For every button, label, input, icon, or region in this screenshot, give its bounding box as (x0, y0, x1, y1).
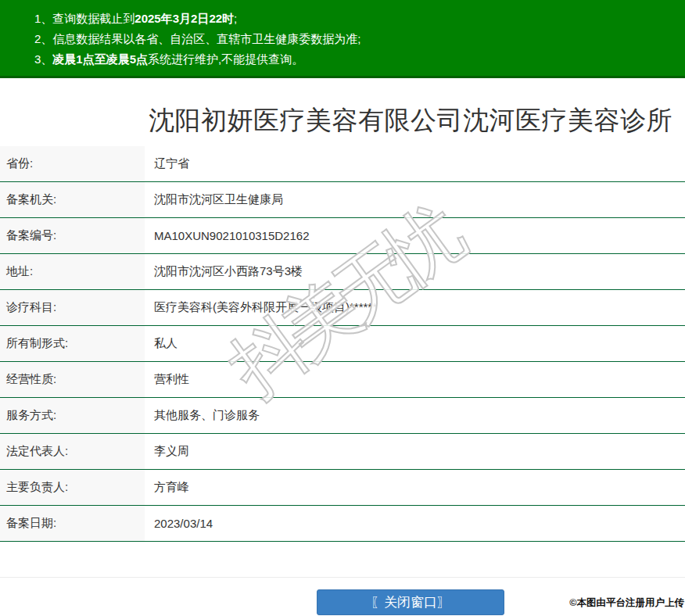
info-row-filing-number: 备案编号: MA10XUN9021010315D2162 (0, 218, 685, 254)
row-label: 省份: (0, 146, 145, 181)
info-row-legal-representative: 法定代表人: 李义周 (0, 434, 685, 470)
info-row-province: 省份: 辽宁省 (0, 146, 685, 182)
info-row-business-nature: 经营性质: 营利性 (0, 362, 685, 398)
row-label: 备案日期: (0, 506, 145, 541)
notice-text: ; (234, 12, 237, 25)
row-label: 备案机关: (0, 182, 145, 217)
row-value: 营利性 (145, 362, 685, 397)
notice-text: 系统进行维护,不能提供查询。 (148, 52, 303, 66)
row-label: 经营性质: (0, 362, 145, 397)
page-title: 沈阳初妍医疗美容有限公司沈河医疗美容诊所 (149, 104, 685, 137)
info-row-principal: 主要负责人: 方育峰 (0, 470, 685, 506)
info-row-filing-authority: 备案机关: 沈阳市沈河区卫生健康局 (0, 182, 685, 218)
row-label: 主要负责人: (0, 470, 145, 505)
row-value: MA10XUN9021010315D2162 (145, 218, 685, 253)
notice-text-bold: 凌晨1点至凌晨5点 (52, 52, 148, 66)
row-value: 其他服务、门诊服务 (145, 398, 685, 433)
info-table: 省份: 辽宁省 备案机关: 沈阳市沈河区卫生健康局 备案编号: MA10XUN9… (0, 146, 685, 542)
row-value: 李义周 (145, 434, 685, 469)
info-row-clinical-subjects: 诊疗科目: 医疗美容科(美容外科限开展一级项目)****** (0, 290, 685, 326)
row-label: 诊疗科目: (0, 290, 145, 325)
row-label: 法定代表人: (0, 434, 145, 469)
row-value: 辽宁省 (145, 146, 685, 181)
info-row-address: 地址: 沈阳市沈河区小西路73号3楼 (0, 254, 685, 290)
notice-text: 查询数据截止到 (52, 12, 134, 25)
notice-line-2: 2、信息数据结果以各省、自治区、直辖市卫生健康委数据为准; (34, 29, 677, 49)
row-value: 方育峰 (145, 470, 685, 505)
notice-num: 2、 (34, 32, 52, 45)
notice-text: 信息数据结果以各省、自治区、直辖市卫生健康委数据为准; (52, 32, 360, 45)
row-label: 备案编号: (0, 218, 145, 253)
footer-bar: 〖关闭窗口〗 ©本图由平台注册用户上传 (0, 578, 685, 616)
notice-line-3: 3、凌晨1点至凌晨5点系统进行维护,不能提供查询。 (34, 49, 677, 70)
notice-text-bold: 2025年3月2日22时 (134, 12, 234, 25)
row-value: 沈阳市沈河区小西路73号3楼 (145, 254, 685, 289)
info-row-filing-date: 备案日期: 2023/03/14 (0, 506, 685, 542)
notice-line-1: 1、查询数据截止到2025年3月2日22时; (34, 9, 677, 29)
close-window-button[interactable]: 〖关闭窗口〗 (317, 589, 504, 615)
row-value: 医疗美容科(美容外科限开展一级项目)****** (145, 290, 685, 325)
notice-num: 3、 (34, 52, 52, 66)
row-value: 沈阳市沈河区卫生健康局 (145, 182, 685, 217)
notice-num: 1、 (34, 12, 52, 25)
row-value: 2023/03/14 (145, 506, 685, 541)
info-row-service-mode: 服务方式: 其他服务、门诊服务 (0, 398, 685, 434)
row-value: 私人 (145, 326, 685, 361)
image-credit: ©本图由平台注册用户上传 (569, 596, 684, 610)
row-label: 所有制形式: (0, 326, 145, 361)
row-label: 地址: (0, 254, 145, 289)
row-label: 服务方式: (0, 398, 145, 433)
notice-banner: 1、查询数据截止到2025年3月2日22时; 2、信息数据结果以各省、自治区、直… (0, 0, 685, 78)
info-row-ownership: 所有制形式: 私人 (0, 326, 685, 362)
